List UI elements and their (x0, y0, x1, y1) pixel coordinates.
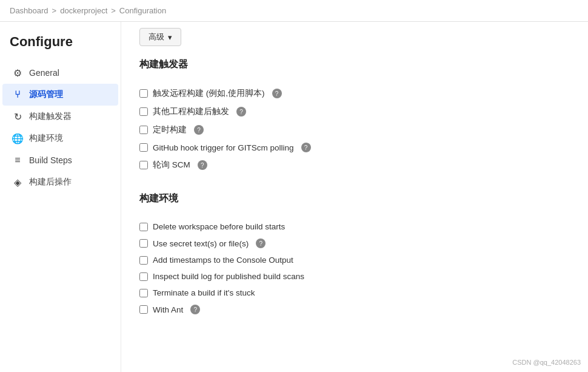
checkbox-other-project[interactable] (139, 107, 148, 116)
chevron-down-icon: ▾ (168, 33, 172, 42)
checkbox-scheduled[interactable] (139, 126, 148, 134)
checkbox-label-scheduled: 定时构建 (153, 124, 187, 135)
checkbox-scm-poll[interactable] (139, 161, 148, 169)
triggers-section-title: 构建触发器 (139, 58, 570, 75)
refresh-icon: ↻ (12, 111, 23, 122)
checkbox-item-other-project: 其他工程构建后触发 ? (139, 103, 570, 121)
checkbox-inspect-log[interactable] (139, 272, 148, 281)
checkbox-github-hook[interactable] (139, 143, 148, 152)
breadcrumb-dashboard[interactable]: Dashboard (10, 6, 48, 15)
sidebar-item-label: 构建环境 (29, 133, 63, 144)
breadcrumb-config: Configuration (119, 6, 166, 15)
sidebar-item-general[interactable]: ⚙ General (2, 62, 118, 84)
checkbox-label-timestamps: Add timestamps to the Console Output (153, 255, 293, 265)
sidebar-item-source-management[interactable]: ⑂ 源码管理 (2, 84, 118, 106)
branch-icon: ⑂ (12, 89, 23, 100)
checkbox-label-terminate-stuck: Terminate a build if it's stuck (153, 288, 255, 297)
advanced-label: 高级 (149, 32, 164, 42)
environment-section: 构建环境 Delete workspace before build start… (139, 192, 570, 318)
checkbox-item-remote-trigger: 触发远程构建 (例如,使用脚本) ? (139, 84, 570, 103)
list-icon: ≡ (12, 155, 23, 166)
sidebar-item-label: General (29, 68, 59, 78)
checkbox-secret-text[interactable] (139, 239, 148, 248)
checkbox-item-terminate-stuck: Terminate a build if it's stuck (139, 285, 570, 301)
help-icon-scm-poll[interactable]: ? (198, 160, 207, 170)
checkbox-item-inspect-log: Inspect build log for published build sc… (139, 268, 570, 285)
checkbox-item-scm-poll: 轮询 SCM ? (139, 156, 570, 174)
sidebar-item-label: 构建后操作 (29, 177, 72, 188)
sidebar-item-post-build[interactable]: ◈ 构建后操作 (2, 171, 118, 193)
breadcrumb-project[interactable]: dockerproject (60, 6, 107, 15)
page-title: Configure (0, 34, 121, 62)
sidebar-item-label: Build Steps (29, 155, 72, 165)
checkbox-label-inspect-log: Inspect build log for published build sc… (153, 272, 304, 281)
sidebar: Configure ⚙ General ⑂ 源码管理 ↻ 构建触发器 🌐 构建环… (0, 22, 121, 372)
checkbox-label-remote-trigger: 触发远程构建 (例如,使用脚本) (153, 88, 265, 99)
sidebar-item-label: 构建触发器 (29, 111, 72, 122)
checkbox-delete-workspace[interactable] (139, 223, 148, 231)
watermark: CSDN @qq_42048263 (512, 359, 581, 366)
checkbox-item-delete-workspace: Delete workspace before build starts (139, 218, 570, 235)
sidebar-item-build-env[interactable]: 🌐 构建环境 (2, 127, 118, 149)
main-content: 高级 ▾ 构建触发器 触发远程构建 (例如,使用脚本) ? 其他工程构建后触发 … (121, 22, 588, 372)
help-icon-other-project[interactable]: ? (236, 107, 246, 117)
sidebar-item-build-triggers[interactable]: ↻ 构建触发器 (2, 106, 118, 127)
help-icon-with-ant[interactable]: ? (190, 305, 200, 314)
help-icon-secret-text[interactable]: ? (256, 238, 266, 248)
checkbox-terminate-stuck[interactable] (139, 289, 148, 297)
checkbox-label-delete-workspace: Delete workspace before build starts (153, 222, 285, 231)
triggers-section: 构建触发器 触发远程构建 (例如,使用脚本) ? 其他工程构建后触发 ? 定时构… (139, 58, 570, 174)
checkbox-item-scheduled: 定时构建 ? (139, 121, 570, 139)
checkbox-label-with-ant: With Ant (153, 305, 183, 314)
checkbox-item-with-ant: With Ant ? (139, 301, 570, 318)
checkbox-with-ant[interactable] (139, 305, 148, 314)
checkbox-item-timestamps: Add timestamps to the Console Output (139, 252, 570, 268)
help-icon-remote-trigger[interactable]: ? (272, 89, 282, 98)
sidebar-item-label: 源码管理 (29, 89, 63, 100)
environment-section-title: 构建环境 (139, 192, 570, 209)
advanced-button[interactable]: 高级 ▾ (139, 28, 181, 46)
checkbox-timestamps[interactable] (139, 256, 148, 265)
checkbox-label-other-project: 其他工程构建后触发 (153, 106, 229, 117)
checkbox-label-scm-poll: 轮询 SCM (153, 160, 190, 171)
checkbox-label-github-hook: GitHub hook trigger for GITScm polling (153, 143, 294, 152)
breadcrumb-sep2: > (111, 6, 116, 15)
checkbox-item-github-hook: GitHub hook trigger for GITScm polling ? (139, 139, 570, 156)
checkbox-remote-trigger[interactable] (139, 89, 148, 98)
gear-icon: ⚙ (12, 67, 23, 78)
breadcrumb-sep1: > (52, 6, 57, 15)
diamond-icon: ◈ (12, 177, 23, 188)
help-icon-scheduled[interactable]: ? (194, 125, 204, 135)
help-icon-github-hook[interactable]: ? (301, 143, 311, 152)
breadcrumb: Dashboard > dockerproject > Configuratio… (0, 0, 588, 22)
globe-icon: 🌐 (12, 133, 23, 144)
checkbox-label-secret-text: Use secret text(s) or file(s) (153, 239, 249, 248)
checkbox-item-secret-text: Use secret text(s) or file(s) ? (139, 235, 570, 252)
sidebar-item-build-steps[interactable]: ≡ Build Steps (2, 149, 118, 171)
